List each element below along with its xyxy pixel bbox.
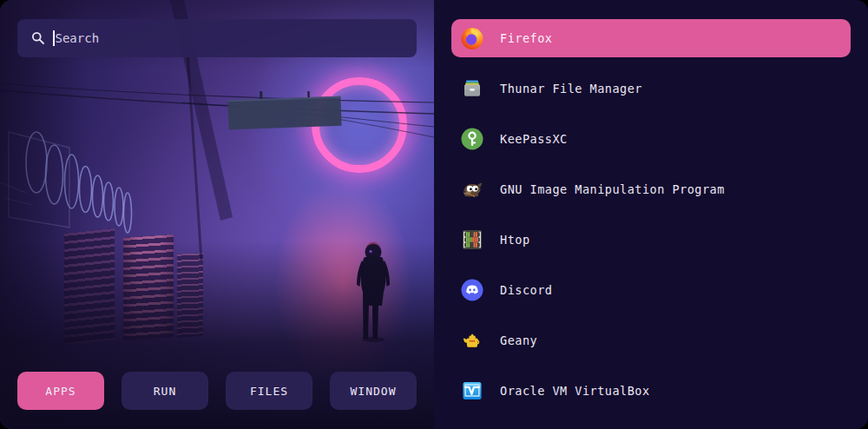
tab-run[interactable]: RUN: [122, 372, 208, 410]
wallpaper-panel: Search APPS RUN FILES WINDOW: [0, 0, 434, 429]
app-name: Thunar File Manager: [500, 82, 642, 96]
app-name: Firefox: [500, 31, 552, 45]
app-name: Geany: [500, 333, 537, 347]
list-item-discord[interactable]: Discord: [451, 271, 851, 309]
app-name: KeePassXC: [500, 132, 568, 146]
circle-chain-decoration: [26, 132, 132, 233]
thunar-icon: [460, 76, 484, 101]
firefox-icon: [460, 26, 484, 50]
tab-apps[interactable]: APPS: [17, 372, 104, 410]
tab-label: RUN: [154, 385, 176, 398]
list-item-geany[interactable]: Geany: [451, 321, 851, 360]
sign-decoration: [227, 89, 341, 130]
tab-window[interactable]: WINDOW: [330, 372, 417, 410]
app-name: Discord: [500, 283, 552, 297]
list-item-firefox[interactable]: Firefox: [451, 19, 851, 57]
tab-label: FILES: [250, 385, 288, 398]
app-launcher-window: Search APPS RUN FILES WINDOW Firefox: [0, 0, 868, 429]
geany-icon: [460, 328, 484, 353]
search-placeholder: Search: [56, 31, 100, 45]
tab-label: WINDOW: [351, 385, 397, 398]
virtualbox-icon: [460, 379, 484, 403]
text-caret: [53, 30, 55, 46]
htop-icon: [460, 228, 484, 252]
list-item-gimp[interactable]: GNU Image Manipulation Program: [451, 170, 851, 208]
tab-label: APPS: [45, 385, 76, 398]
mode-tabs: APPS RUN FILES WINDOW: [17, 372, 417, 410]
keepassxc-icon: [460, 127, 484, 151]
discord-icon: [460, 278, 484, 302]
list-item-thunar[interactable]: Thunar File Manager: [451, 69, 851, 108]
astronaut-silhouette: [357, 242, 390, 342]
app-name: GNU Image Manipulation Program: [500, 182, 725, 196]
app-name: Htop: [500, 233, 530, 247]
search-input[interactable]: Search: [17, 19, 417, 57]
list-item-htop[interactable]: Htop: [451, 221, 851, 259]
wallpaper-decor: [0, 0, 434, 429]
list-item-virtualbox[interactable]: Oracle VM VirtualBox: [451, 372, 851, 410]
gimp-icon: [460, 177, 484, 201]
app-name: Oracle VM VirtualBox: [500, 384, 650, 398]
tab-files[interactable]: FILES: [226, 372, 312, 410]
search-icon: [31, 31, 45, 45]
list-item-keepassxc[interactable]: KeePassXC: [451, 120, 851, 158]
app-list: Firefox Thunar File Manager KeePassXC: [434, 0, 868, 429]
